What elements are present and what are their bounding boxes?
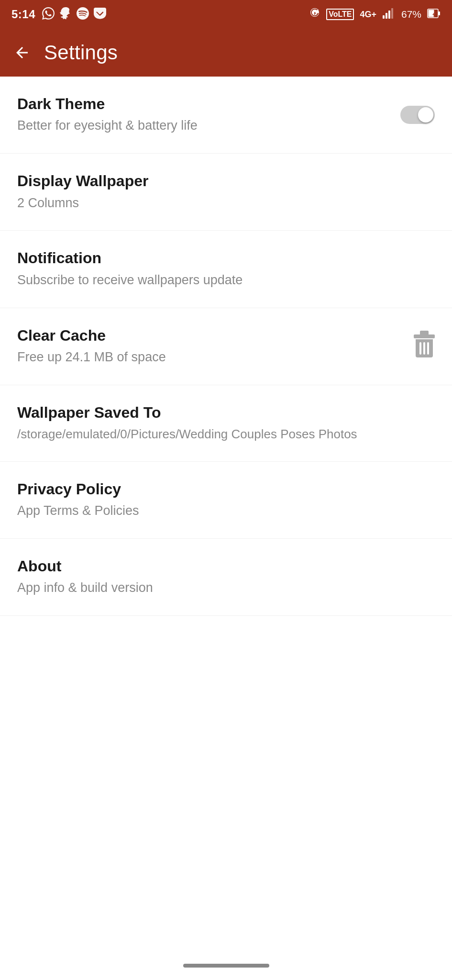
clear-cache-subtitle: Free up 24.1 MB of space bbox=[17, 348, 404, 367]
status-notification-icons bbox=[42, 7, 106, 22]
page-title: Settings bbox=[44, 41, 118, 64]
trash-line-3 bbox=[427, 342, 429, 355]
display-wallpaper-title: Display Wallpaper bbox=[17, 172, 435, 190]
pocket-icon bbox=[94, 7, 106, 22]
battery-percentage: 67% bbox=[401, 9, 421, 20]
signal-icon bbox=[382, 8, 396, 21]
settings-item-notification[interactable]: Notification Subscribe to receive wallpa… bbox=[0, 231, 452, 308]
settings-item-display-wallpaper-content: Display Wallpaper 2 Columns bbox=[17, 172, 435, 212]
trash-line-1 bbox=[419, 342, 421, 355]
volte-icon: VoLTE bbox=[326, 9, 354, 20]
settings-list: Dark Theme Better for eyesight & battery… bbox=[0, 77, 452, 616]
trash-lid bbox=[414, 334, 435, 338]
whatsapp-icon bbox=[42, 7, 55, 22]
back-button[interactable] bbox=[13, 44, 31, 61]
privacy-policy-title: Privacy Policy bbox=[17, 480, 435, 498]
snapchat-icon bbox=[59, 7, 72, 22]
clear-cache-title: Clear Cache bbox=[17, 326, 404, 345]
notification-title: Notification bbox=[17, 249, 435, 267]
svg-rect-3 bbox=[391, 8, 393, 19]
trash-line-2 bbox=[423, 342, 425, 355]
privacy-policy-subtitle: App Terms & Policies bbox=[17, 502, 435, 520]
settings-item-dark-theme[interactable]: Dark Theme Better for eyesight & battery… bbox=[0, 77, 452, 154]
settings-item-dark-theme-content: Dark Theme Better for eyesight & battery… bbox=[17, 95, 391, 135]
trash-icon-container[interactable] bbox=[414, 334, 435, 358]
svg-rect-1 bbox=[386, 13, 387, 19]
status-time: 5:14 bbox=[11, 8, 35, 21]
settings-item-clear-cache-content: Clear Cache Free up 24.1 MB of space bbox=[17, 326, 404, 367]
nav-bar bbox=[0, 951, 452, 980]
toggle-thumb bbox=[418, 107, 433, 122]
settings-item-privacy-policy[interactable]: Privacy Policy App Terms & Policies bbox=[0, 462, 452, 539]
trash-body bbox=[416, 339, 433, 357]
battery-icon bbox=[427, 8, 441, 22]
settings-item-wallpaper-saved-content: Wallpaper Saved To /storage/emulated/0/P… bbox=[17, 403, 435, 443]
spotify-icon bbox=[77, 7, 89, 22]
dark-theme-title: Dark Theme bbox=[17, 95, 391, 113]
status-bar: 5:14 bbox=[0, 0, 452, 29]
about-subtitle: App info & build version bbox=[17, 579, 435, 597]
toggle-switch[interactable] bbox=[400, 106, 435, 124]
alarm-icon bbox=[309, 8, 320, 22]
notification-subtitle: Subscribe to receive wallpapers update bbox=[17, 271, 435, 290]
svg-rect-0 bbox=[383, 15, 385, 19]
trash-icon bbox=[414, 334, 435, 358]
display-wallpaper-subtitle: 2 Columns bbox=[17, 194, 435, 212]
settings-item-display-wallpaper[interactable]: Display Wallpaper 2 Columns bbox=[0, 154, 452, 231]
network-icon: 4G+ bbox=[360, 10, 376, 20]
status-left: 5:14 bbox=[11, 7, 106, 22]
settings-item-notification-content: Notification Subscribe to receive wallpa… bbox=[17, 249, 435, 289]
settings-item-about[interactable]: About App info & build version bbox=[0, 539, 452, 616]
nav-pill bbox=[183, 964, 269, 968]
about-title: About bbox=[17, 557, 435, 575]
svg-rect-2 bbox=[388, 11, 390, 19]
status-right-icons: VoLTE 4G+ 67% bbox=[309, 8, 441, 22]
settings-item-wallpaper-saved[interactable]: Wallpaper Saved To /storage/emulated/0/P… bbox=[0, 385, 452, 462]
wallpaper-saved-path: /storage/emulated/0/Pictures/Wedding Cou… bbox=[17, 425, 435, 443]
toolbar: Settings bbox=[0, 29, 452, 77]
dark-theme-toggle[interactable] bbox=[400, 106, 435, 124]
settings-item-about-content: About App info & build version bbox=[17, 557, 435, 597]
dark-theme-subtitle: Better for eyesight & battery life bbox=[17, 117, 391, 135]
settings-item-clear-cache[interactable]: Clear Cache Free up 24.1 MB of space bbox=[0, 308, 452, 385]
svg-rect-6 bbox=[438, 11, 440, 15]
svg-rect-5 bbox=[429, 10, 434, 17]
toggle-track bbox=[400, 106, 435, 124]
settings-item-privacy-content: Privacy Policy App Terms & Policies bbox=[17, 480, 435, 520]
wallpaper-saved-title: Wallpaper Saved To bbox=[17, 403, 435, 422]
